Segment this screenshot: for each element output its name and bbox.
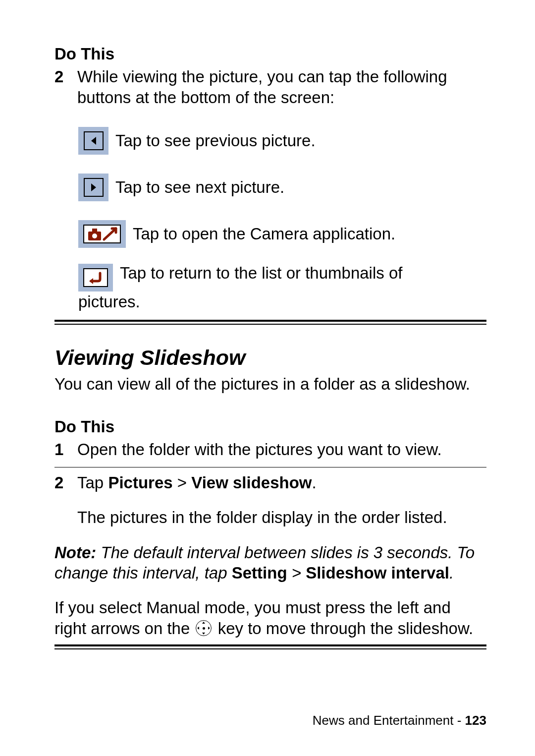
return-desc-line2: pictures. [78,291,486,312]
camera-row: Tap to open the Camera application. [78,220,486,248]
step-number: 1 [54,439,77,460]
next-picture-row: Tap to see next picture. [78,174,486,201]
page-footer: News and Entertainment - 123 [313,713,486,728]
step-number: 2 [54,66,77,87]
note-setting-label: Setting [232,564,287,582]
step-2-row: 2 While viewing the picture, you can tap… [54,66,486,108]
step2-pictures-label: Pictures [108,473,172,492]
slideshow-step-1: 1 Open the folder with the pictures you … [54,439,486,460]
footer-section: News and Entertainment - [313,713,465,728]
prev-picture-row: Tap to see previous picture. [78,127,486,155]
step-number: 2 [54,472,77,493]
next-picture-icon [78,174,108,201]
step2-followup: The pictures in the folder display in th… [77,507,486,528]
prev-picture-desc: Tap to see previous picture. [115,131,316,150]
step-text: Open the folder with the pictures you wa… [77,439,486,460]
footer-page-number: 123 [465,713,486,728]
camera-icon [78,220,126,248]
step-divider [54,467,486,467]
note-suffix: . [449,564,454,582]
viewing-slideshow-title: Viewing Slideshow [54,346,486,370]
svg-rect-1 [92,229,97,233]
section-divider-2 [54,644,486,649]
return-icon [78,264,113,291]
note-gt: > [287,564,306,582]
note-slideshow-interval-label: Slideshow interval [306,564,449,582]
viewing-slideshow-intro: You can view all of the pictures in a fo… [54,375,486,394]
step2-view-slideshow-label: View slideshow [191,473,312,492]
manual-post: key to move through the slideshow. [213,619,473,638]
step-text: Tap Pictures > View slideshow. [77,472,486,493]
step2-gt: > [173,473,192,492]
return-desc-line1: Tap to return to the list or thumbnails … [120,264,402,283]
section-divider-1 [54,320,486,325]
step2-prefix: Tap [77,473,108,492]
note-label: Note: [54,543,96,562]
navigation-key-icon [196,620,212,636]
step-text: While viewing the picture, you can tap t… [77,66,486,108]
manual-mode-text: If you select Manual mode, you must pres… [54,597,486,640]
next-picture-desc: Tap to see next picture. [115,178,284,197]
svg-point-2 [92,233,97,238]
camera-desc: Tap to open the Camera application. [133,225,395,243]
do-this-heading-2: Do This [54,417,486,436]
return-row: Tap to return to the list or thumbnails … [78,264,486,291]
do-this-heading-1: Do This [54,45,486,63]
previous-picture-icon [78,127,108,155]
slideshow-note: Note: The default interval between slide… [54,542,486,583]
step2-suffix: . [312,473,317,492]
slideshow-step-2: 2 Tap Pictures > View slideshow. [54,472,486,493]
